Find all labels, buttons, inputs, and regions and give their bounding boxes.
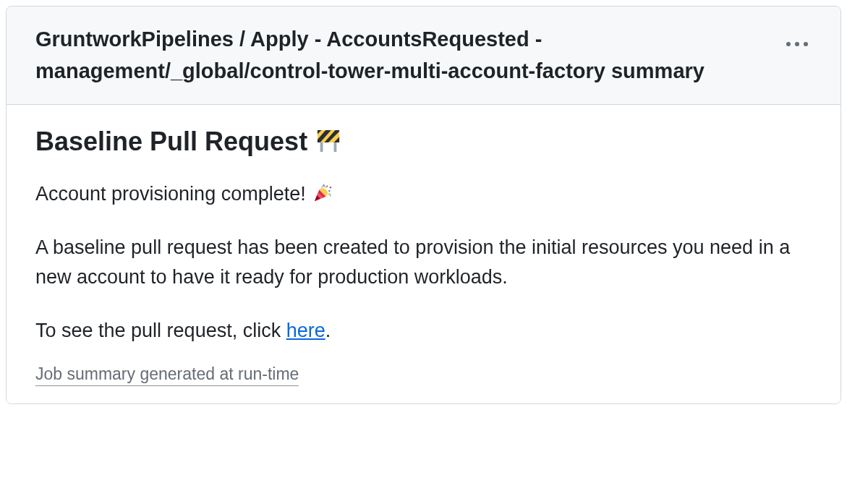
pull-request-link[interactable]: here <box>286 320 325 341</box>
svg-point-1 <box>795 42 799 46</box>
link-suffix: . <box>325 320 331 341</box>
card-header: GruntworkPipelines / Apply - AccountsReq… <box>7 7 840 105</box>
svg-point-13 <box>323 184 325 186</box>
provisioning-complete-text: Account provisioning complete! <box>35 179 812 210</box>
summary-card: GruntworkPipelines / Apply - AccountsReq… <box>6 6 841 404</box>
job-summary-footer-link[interactable]: Job summary generated at run-time <box>35 364 299 386</box>
svg-point-11 <box>328 190 330 192</box>
svg-point-2 <box>804 42 808 46</box>
description-text: A baseline pull request has been created… <box>35 233 812 294</box>
svg-rect-9 <box>334 142 337 152</box>
svg-point-10 <box>326 185 328 187</box>
body-heading: Baseline Pull Request <box>35 125 812 159</box>
svg-rect-8 <box>320 142 323 152</box>
card-body: Baseline Pull Request Account provisioni… <box>7 105 840 403</box>
party-popper-icon <box>312 179 333 210</box>
link-prefix: To see the pull request, click <box>35 320 286 341</box>
svg-point-0 <box>786 42 791 46</box>
body-heading-text: Baseline Pull Request <box>35 127 315 156</box>
kebab-icon <box>786 38 809 49</box>
more-options-button[interactable] <box>783 33 812 55</box>
card-title: GruntworkPipelines / Apply - AccountsReq… <box>35 24 771 87</box>
line1-text: Account provisioning complete! <box>35 183 311 205</box>
svg-point-12 <box>330 187 331 188</box>
construction-icon <box>316 125 341 159</box>
link-line: To see the pull request, click here. <box>35 316 812 346</box>
